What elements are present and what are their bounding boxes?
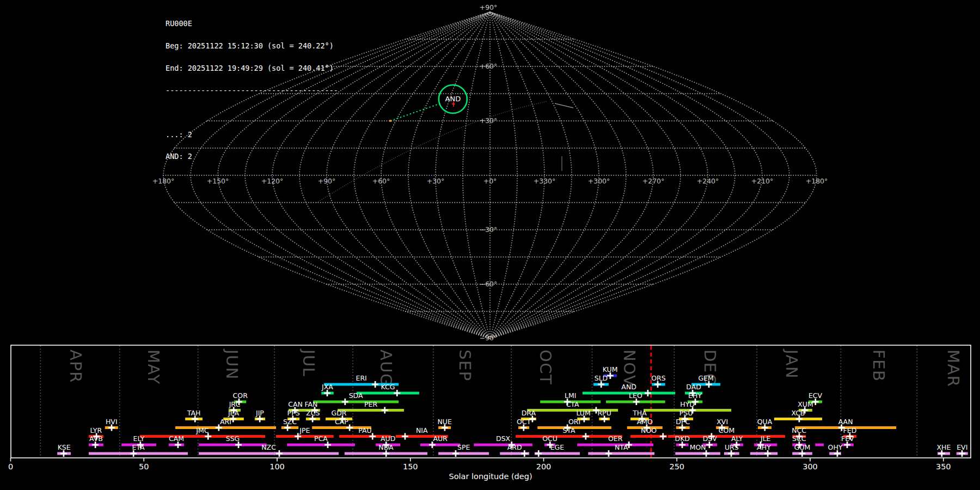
shower-bar-PCA [287, 444, 355, 446]
shower-label-ETA: ETA [132, 443, 145, 451]
shower-label-AND: AND [621, 383, 636, 391]
shower-label-NDA: NDA [378, 443, 394, 451]
shower-label-OCT: OCT [517, 418, 531, 426]
shower-label-JRC: JRC [229, 400, 241, 408]
shower-label-PSU: PSU [679, 409, 693, 417]
month-label-JUN: JUN [223, 348, 241, 380]
month-label-APR: APR [66, 350, 85, 383]
shower-label-HYD: HYD [680, 400, 695, 408]
shower-label-AAN: AAN [838, 418, 853, 426]
shower-label-DAD: DAD [686, 383, 701, 391]
shower-bar-STA [516, 435, 622, 438]
month-label-MAR: MAR [944, 350, 963, 388]
longitude-label: +0° [483, 177, 497, 185]
shower-label-XUM: XUM [798, 400, 813, 408]
shower-bar-KCG [357, 392, 419, 395]
shower-bar-PER [338, 409, 404, 412]
ecliptic-segment [555, 103, 573, 108]
axis-tick-label-250: 250 [669, 462, 684, 471]
longitude-label: +180° [806, 177, 828, 185]
observation-header: RU000E Beg: 20251122 15:12:30 (sol = 240… [166, 5, 338, 175]
shower-bar-SSG [199, 444, 267, 446]
axis-tick-label-100: 100 [270, 462, 285, 471]
shower-label-ELY: ELY [133, 434, 145, 443]
longitude-label: +60° [372, 177, 390, 185]
shower-label-SZC: SZC [283, 418, 297, 426]
header-gap [166, 109, 338, 116]
shower-label-DSV: DSV [703, 434, 718, 443]
month-label-NOV: NOV [620, 350, 639, 387]
longitude-label: +150° [207, 177, 229, 185]
shower-label-LYR: LYR [90, 426, 102, 434]
shower-bar-DSX [474, 444, 532, 446]
month-label-JAN: JAN [782, 348, 801, 379]
shower-bar-unlabeled [815, 444, 824, 446]
latitude-label: +30° [480, 117, 498, 125]
shower-label-KCG: KCG [381, 383, 395, 391]
axis-tick-label-50: 50 [139, 462, 149, 471]
longitude-label: +330° [534, 177, 556, 185]
plot-canvas: +180°+150°+120°+90°+60°+30°+0°+330°+300°… [0, 0, 980, 490]
shower-label-ORS: ORS [651, 374, 666, 382]
header-divider: --------------------------------------- [166, 87, 338, 95]
shower-label-TAH: TAH [187, 409, 201, 417]
shower-bar-ETA [89, 452, 188, 455]
meteor-radiant-app: +180°+150°+120°+90°+60°+30°+0°+330°+300°… [0, 0, 980, 490]
shower-label-CAN: CAN [288, 400, 303, 408]
shower-bar-NTA [588, 452, 654, 455]
shower-label-FEV: FEV [841, 434, 854, 443]
longitude-label: +120° [261, 177, 284, 185]
shower-bar-AUR [420, 444, 460, 446]
shower-label-ALY: ALY [731, 434, 743, 443]
shower-bar-ARI [175, 426, 276, 429]
month-label-FEB: FEB [869, 350, 888, 382]
shower-label-CAM: CAM [169, 434, 184, 443]
longitude-label: +90° [318, 177, 336, 185]
axis-tick-label-300: 300 [803, 462, 818, 471]
shower-label-NCC: NCC [792, 426, 806, 434]
shower-label-FED: FED [843, 426, 857, 434]
month-label-SEP: SEP [456, 350, 474, 382]
shower-label-GDR: GDR [332, 409, 347, 417]
latitude-label: −30° [480, 225, 498, 234]
shower-label-ERI: ERI [356, 374, 367, 382]
station-id: RU000E [166, 20, 338, 28]
shower-label-JPE: JPE [299, 426, 310, 434]
trail-start-dot [389, 120, 391, 122]
shower-label-PPS: PPS [287, 409, 300, 417]
shower-label-LMI: LMI [565, 391, 576, 400]
shower-label-THA: THA [632, 409, 647, 417]
axis-tick-label-200: 200 [536, 462, 552, 471]
count-sporadic: ...: 2 [166, 131, 338, 139]
shower-label-AUR: AUR [433, 434, 448, 443]
radiant-trail [390, 103, 440, 121]
shower-label-CTA: CTA [566, 400, 579, 408]
longitude-label: +30° [427, 177, 445, 185]
shower-label-EGE: EGE [550, 443, 565, 451]
activity-chart: APRMAYJUNJULAUGSEPOCTNOVDECJANFEBMARKUME… [8, 345, 971, 481]
shower-label-PER: PER [364, 400, 377, 408]
shower-label-DKD: DKD [675, 434, 690, 443]
x-axis-title: Solar longitude (deg) [449, 472, 532, 481]
month-label-JUL: JUL [299, 348, 318, 377]
shower-label-NTA: NTA [615, 443, 628, 451]
shower-label-XHE: XHE [937, 443, 951, 451]
shower-label-LEO: LEO [629, 391, 642, 400]
shower-label-KSE: KSE [58, 443, 71, 451]
shower-label-JLE: JLE [760, 434, 771, 443]
shower-label-NUE: NUE [437, 418, 451, 426]
shower-label-AMO: AMO [637, 418, 653, 426]
month-label-AUG: AUG [377, 350, 395, 387]
shower-label-COM: COM [719, 426, 734, 434]
shower-label-XVI: XVI [716, 418, 728, 426]
shower-label-COR: COR [233, 391, 248, 400]
shower-label-JMC: JMC [195, 426, 209, 434]
longitude-label: +270° [642, 177, 665, 185]
meridian-line [381, 12, 490, 339]
shower-label-DPC: DPC [676, 418, 690, 426]
shower-label-AHY: AHY [757, 443, 771, 451]
shower-bar-MON [675, 452, 720, 455]
shower-label-CAP: CAP [335, 418, 348, 426]
shower-bar-JMC [140, 435, 265, 438]
shower-bar-AHY [750, 452, 777, 455]
